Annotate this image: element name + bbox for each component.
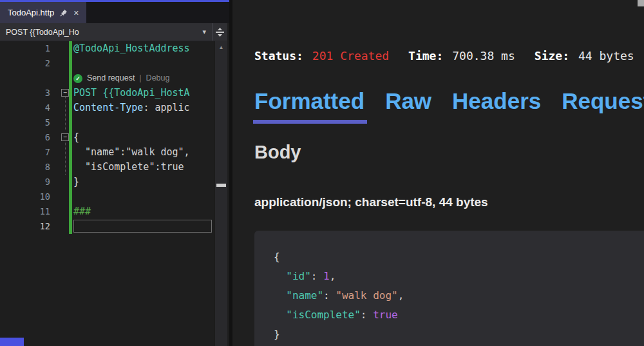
request-selector-dropdown[interactable]: POST {{TodoApi_Ho ▾: [0, 23, 213, 41]
body-section-heading: Body: [254, 142, 301, 163]
line-number: 6: [0, 130, 50, 145]
code-text: "isComplete":true: [73, 160, 184, 175]
split-window-icon[interactable]: [213, 23, 227, 41]
tab-request[interactable]: Request: [562, 86, 644, 116]
line-number: 12: [0, 219, 50, 234]
editor-vertical-scrollbar[interactable]: ▲: [214, 41, 227, 346]
code-text: Content-Type: applic: [73, 101, 190, 115]
json-line: "isComplete": true: [274, 305, 644, 325]
codelens-row[interactable]: ✓Send request|Debug: [0, 71, 214, 86]
pin-icon[interactable]: [60, 9, 68, 17]
close-icon[interactable]: ×: [73, 8, 79, 17]
fold-collapse-icon[interactable]: −: [61, 133, 69, 141]
line-number: 3: [0, 86, 50, 101]
status-label: Status:: [254, 49, 303, 62]
editor-line-5[interactable]: 5: [0, 115, 214, 130]
code-text: POST {{TodoApi_HostA: [73, 86, 190, 101]
line-number: 5: [0, 115, 50, 130]
line-number: 10: [0, 189, 50, 204]
dropdown-caret-icon: ▾: [202, 28, 206, 36]
editor-line-6[interactable]: 6−{: [0, 130, 214, 145]
response-json-block: { "id": 1, "name": "walk dog", "isComple…: [254, 231, 644, 346]
line-number: 1: [0, 41, 50, 56]
status-bar-corner: [0, 338, 24, 346]
time-label: Time:: [408, 49, 443, 62]
send-success-check-icon: ✓: [73, 74, 82, 83]
document-tab-strip: TodoApi.http ×: [0, 2, 229, 23]
tab-raw[interactable]: Raw: [385, 86, 431, 116]
debug-link[interactable]: Debug: [146, 71, 170, 86]
code-text: "name":"walk dog",: [73, 145, 190, 160]
tab-headers[interactable]: Headers: [452, 86, 541, 116]
line-number: 9: [0, 175, 50, 189]
code-text: }: [73, 175, 79, 189]
code-text: {: [73, 130, 79, 145]
editor-line-12[interactable]: 12: [0, 219, 214, 234]
tab-formatted[interactable]: Formatted: [254, 86, 365, 116]
status-value: 201 Created: [312, 49, 389, 62]
json-line: "id": 1,: [274, 267, 644, 286]
editor-line-9[interactable]: 9}: [0, 175, 214, 189]
editor-line-8[interactable]: 8 "isComplete":true: [0, 160, 214, 175]
file-tab-title: TodoApi.http: [8, 8, 54, 17]
editor-line-1[interactable]: 1@TodoApi_HostAddress: [0, 41, 214, 56]
caret-line-box: [73, 220, 212, 233]
response-pane: Status: 201 Created Time: 700.38 ms Size…: [232, 0, 644, 346]
code-text: ###: [73, 204, 91, 219]
fold-collapse-icon[interactable]: −: [61, 89, 69, 97]
editor-rows: 1@TodoApi_HostAddress2✓Send request|Debu…: [0, 41, 214, 234]
file-tab-todoapi[interactable]: TodoApi.http ×: [0, 2, 86, 23]
response-scrollbar-thumb[interactable]: [638, 0, 644, 6]
editor-line-4[interactable]: 4Content-Type: applic: [0, 101, 214, 115]
size-value: 44 bytes: [578, 49, 634, 62]
editor-pane: TodoApi.http × POST {{TodoApi_Ho ▾: [0, 0, 229, 346]
content-type-text: application/json; charset=utf-8, 44 byte…: [254, 195, 488, 209]
line-number: 7: [0, 145, 50, 160]
json-line: {: [274, 247, 644, 267]
json-line: "name": "walk dog",: [274, 286, 644, 305]
line-number: 11: [0, 204, 50, 219]
visual-studio-window: TodoApi.http × POST {{TodoApi_Ho ▾: [0, 0, 644, 346]
size-label: Size:: [535, 49, 569, 62]
editor-scrollbar-thumb[interactable]: [216, 184, 226, 187]
editor-line-7[interactable]: 7 "name":"walk dog",: [0, 145, 214, 160]
editor-toolbar: POST {{TodoApi_Ho ▾: [0, 23, 227, 41]
response-tabs: Formatted Raw Headers Request: [254, 86, 644, 116]
code-text: @TodoApi_HostAddress: [73, 41, 190, 56]
scroll-up-icon[interactable]: ▲: [215, 41, 227, 50]
line-number: 2: [0, 56, 50, 71]
editor-line-10[interactable]: 10: [0, 189, 214, 204]
response-status-row: Status: 201 Created Time: 700.38 ms Size…: [254, 49, 644, 62]
line-number: 4: [0, 101, 50, 115]
line-number: [0, 71, 50, 86]
editor-line-3[interactable]: 3−POST {{TodoApi_HostA: [0, 86, 214, 101]
json-line: }: [274, 325, 644, 344]
code-editor[interactable]: 1@TodoApi_HostAddress2✓Send request|Debu…: [0, 41, 214, 346]
line-number: 8: [0, 160, 50, 175]
codelens-separator: |: [139, 71, 141, 86]
request-selector-value: POST {{TodoApi_Ho: [6, 28, 79, 37]
time-value: 700.38 ms: [452, 49, 515, 62]
send-request-link[interactable]: Send request: [87, 71, 135, 86]
editor-line-11[interactable]: 11###: [0, 204, 214, 219]
editor-line-2[interactable]: 2: [0, 56, 214, 71]
